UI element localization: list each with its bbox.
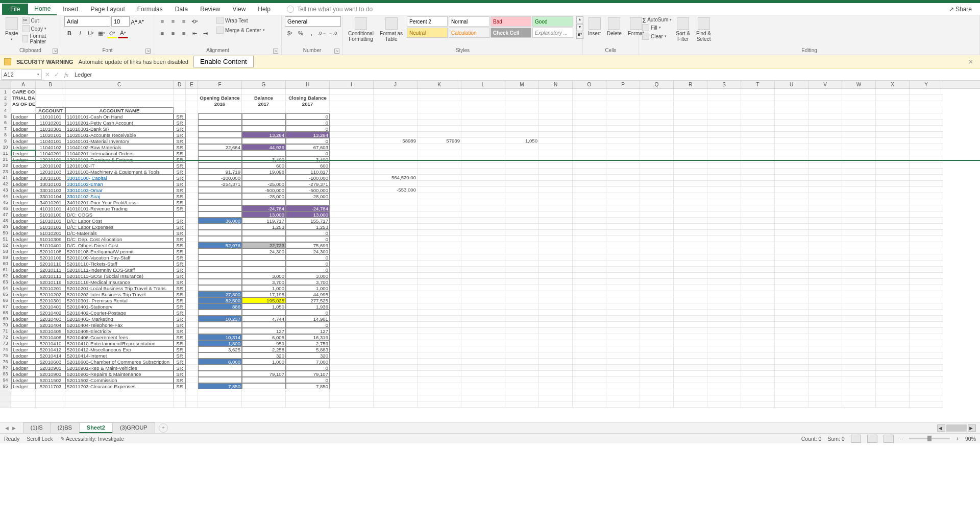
cell[interactable] xyxy=(242,230,286,236)
cell[interactable] xyxy=(775,359,808,365)
cell[interactable]: -24,784 xyxy=(286,205,330,211)
row-header[interactable]: 9 xyxy=(0,138,11,144)
cell[interactable] xyxy=(707,346,741,352)
cell[interactable] xyxy=(674,187,707,193)
cell[interactable] xyxy=(741,230,775,236)
cell[interactable] xyxy=(573,322,606,328)
cell[interactable] xyxy=(606,359,640,365)
cell[interactable]: 2016 xyxy=(198,101,242,107)
cell[interactable] xyxy=(842,352,876,359)
cell[interactable] xyxy=(741,316,775,322)
cell[interactable] xyxy=(606,395,640,401)
cell[interactable] xyxy=(539,303,573,310)
cell[interactable]: Ledger xyxy=(11,371,36,377)
row-header[interactable]: 6 xyxy=(0,120,11,126)
cell[interactable] xyxy=(286,89,330,95)
menu-review[interactable]: Review xyxy=(194,4,226,15)
cell[interactable] xyxy=(461,401,505,408)
cell[interactable] xyxy=(876,199,910,205)
cell[interactable]: 22,723 xyxy=(242,242,286,248)
cell[interactable] xyxy=(707,273,741,279)
cell[interactable] xyxy=(505,236,539,242)
cell[interactable] xyxy=(461,291,505,297)
cell[interactable]: 52010402-Courier-Postage xyxy=(65,310,174,316)
cell[interactable] xyxy=(36,95,65,101)
cell[interactable] xyxy=(741,107,775,113)
cell[interactable]: -28,000 xyxy=(242,193,286,199)
cell[interactable] xyxy=(707,267,741,273)
cell[interactable] xyxy=(876,205,910,211)
cell[interactable] xyxy=(539,193,573,199)
cell[interactable] xyxy=(539,211,573,218)
cell[interactable] xyxy=(842,144,876,150)
cell[interactable]: 52010410 xyxy=(36,340,65,346)
cell[interactable]: 155,717 xyxy=(286,218,330,224)
cell[interactable] xyxy=(505,340,539,346)
cell[interactable] xyxy=(505,205,539,211)
align-middle-button[interactable]: ≡ xyxy=(168,16,178,27)
cell[interactable] xyxy=(775,169,808,175)
row-header[interactable]: 47 xyxy=(0,211,11,218)
cell[interactable] xyxy=(65,101,174,107)
cell[interactable] xyxy=(808,175,842,181)
cell[interactable] xyxy=(876,297,910,303)
cell[interactable] xyxy=(842,181,876,187)
cell[interactable] xyxy=(606,205,640,211)
style-bad[interactable]: Bad xyxy=(491,16,531,27)
cell[interactable] xyxy=(505,395,539,401)
cell[interactable] xyxy=(842,218,876,224)
cell[interactable] xyxy=(286,395,330,401)
cell[interactable] xyxy=(606,285,640,291)
menu-file[interactable]: File xyxy=(2,4,28,15)
cell[interactable] xyxy=(910,199,943,205)
cell[interactable] xyxy=(374,273,418,279)
cell[interactable] xyxy=(374,401,418,408)
cell[interactable] xyxy=(775,279,808,285)
cell[interactable] xyxy=(876,322,910,328)
cell[interactable] xyxy=(842,316,876,322)
cell[interactable] xyxy=(505,334,539,340)
cell[interactable]: 51010102 xyxy=(36,224,65,230)
status-accessibility[interactable]: ✎ Accessibility: Investigate xyxy=(60,436,124,442)
cell[interactable] xyxy=(741,242,775,248)
cell[interactable]: Ledger xyxy=(11,267,36,273)
cell[interactable]: 57939 xyxy=(418,138,461,144)
cell[interactable] xyxy=(674,383,707,389)
cell[interactable] xyxy=(505,120,539,126)
cell[interactable] xyxy=(876,126,910,132)
cell[interactable] xyxy=(674,273,707,279)
cell[interactable]: 10,314 xyxy=(198,334,242,340)
cell[interactable] xyxy=(741,120,775,126)
page-layout-view-button[interactable] xyxy=(867,435,877,443)
cell[interactable] xyxy=(174,389,186,395)
row-header[interactable]: 2 xyxy=(0,95,11,101)
cell[interactable] xyxy=(674,132,707,138)
cell[interactable]: SR xyxy=(174,371,186,377)
cell[interactable] xyxy=(606,156,640,162)
cell[interactable] xyxy=(876,395,910,401)
cell[interactable]: SR xyxy=(174,175,186,181)
cell[interactable]: 13,000 xyxy=(242,211,286,218)
cell[interactable] xyxy=(674,340,707,346)
cell[interactable]: SR xyxy=(174,303,186,310)
cell[interactable]: 7,850 xyxy=(286,383,330,389)
cell[interactable] xyxy=(741,144,775,150)
cell[interactable] xyxy=(842,267,876,273)
cell[interactable]: 52010202 xyxy=(36,291,65,297)
cell[interactable] xyxy=(640,138,674,144)
cell[interactable]: SR xyxy=(174,150,186,156)
cell[interactable] xyxy=(707,395,741,401)
cell[interactable] xyxy=(330,254,374,260)
style-percent-2[interactable]: Percent 2 xyxy=(407,16,448,27)
cell[interactable]: 17,195 xyxy=(242,291,286,297)
col-header-A[interactable]: A xyxy=(11,81,36,88)
cell[interactable]: Ledger xyxy=(11,285,36,291)
cell[interactable]: 52011502 xyxy=(36,377,65,383)
cell[interactable] xyxy=(775,138,808,144)
cell[interactable] xyxy=(505,371,539,377)
cell[interactable] xyxy=(741,89,775,95)
align-right-button[interactable]: ≡ xyxy=(179,28,189,38)
cell[interactable] xyxy=(741,218,775,224)
cell[interactable] xyxy=(910,285,943,291)
cell[interactable] xyxy=(640,352,674,359)
